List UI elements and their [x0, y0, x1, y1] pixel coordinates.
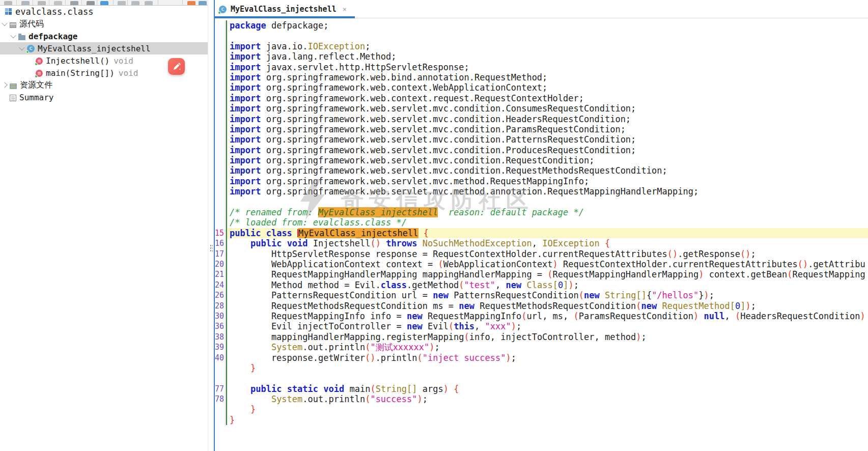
code-text: response.getWriter().println("inject suc… [227, 353, 868, 363]
tab-myevalclass[interactable]: c MyEvalClass_injectshell × [215, 3, 355, 18]
code-line: 39 System.out.println("测试xxxxxx"); [215, 342, 868, 352]
code-text: import org.springframework.web.servlet.m… [227, 145, 868, 155]
code-line: 36 Evil injectToController = new Evil(th… [215, 321, 868, 331]
toolbar-separator [182, 0, 183, 6]
tree-item-label: Summary [19, 93, 53, 102]
code-text: import org.springframework.web.servlet.m… [227, 176, 868, 186]
line-number [215, 217, 226, 228]
code-line: } [215, 415, 868, 425]
resources-icon [10, 83, 17, 89]
line-number [215, 93, 226, 103]
code-line: 17 HttpServletResponse response = Reques… [215, 249, 868, 259]
line-number: 30 [215, 311, 226, 321]
toolbar-icon-2[interactable] [21, 1, 30, 6]
expander-right-icon[interactable] [2, 82, 7, 88]
code-line: 15public class MyEvalClass_injectshell { [215, 228, 868, 238]
toolbar-separator [113, 0, 114, 6]
code-line [215, 197, 868, 207]
tree-item-label: defpackage [29, 32, 77, 41]
code-area[interactable]: 奇安信攻防社区 package defpackage;import java.i… [215, 18, 868, 451]
line-number [215, 373, 226, 383]
project-tree: evalclass.class 源代码defpackagecMyEvalClas… [0, 6, 208, 103]
toolbar-icon-11[interactable] [187, 1, 195, 6]
left-panel: evalclass.class 源代码defpackagecMyEvalClas… [0, 0, 208, 451]
code-text: import org.springframework.web.servlet.m… [227, 103, 868, 114]
expander-down-icon[interactable] [19, 45, 24, 50]
code-line: import org.springframework.web.servlet.m… [215, 155, 868, 165]
line-number [215, 207, 226, 217]
class-icon: c [219, 6, 227, 13]
code-text: package defpackage; [227, 20, 868, 31]
code-line: import java.lang.reflect.Method; [215, 51, 868, 62]
line-number [215, 72, 226, 82]
return-type-label: void [119, 68, 138, 78]
line-number: 24 [215, 280, 226, 290]
toolbar-icon-7[interactable] [100, 1, 108, 6]
expander-down-icon[interactable] [10, 33, 16, 38]
toolbar-separator [33, 0, 33, 6]
code-line: import org.springframework.web.servlet.m… [215, 134, 868, 145]
toolbar-icon-3[interactable] [38, 1, 46, 6]
panel-splitter[interactable] [208, 0, 214, 451]
code-text: import org.springframework.web.servlet.m… [227, 165, 868, 176]
line-number: 21 [215, 269, 226, 279]
toolbar-icon-10[interactable] [145, 1, 153, 6]
code-text: import java.lang.reflect.Method; [227, 51, 868, 62]
line-number: 20 [215, 259, 226, 269]
toolbar-separator [158, 0, 158, 6]
return-type-label: void [114, 56, 133, 66]
main-toolbar [0, 0, 208, 6]
tree-item-class[interactable]: cMyEvalClass_injectshell [0, 42, 208, 54]
tab-title: MyEvalClass_injectshell [231, 5, 337, 14]
code-text: Method method = Evil.class.getMethod("te… [227, 280, 868, 290]
tree-item-resources[interactable]: 资源文件 [0, 79, 208, 91]
tree-root[interactable]: evalclass.class [0, 6, 208, 18]
toolbar-icon-4[interactable] [54, 1, 62, 6]
line-number [215, 404, 226, 414]
toolbar-icon-9[interactable] [131, 1, 139, 6]
code-line: 16 public void Injectshell() throws NoSu… [215, 238, 868, 248]
toolbar-separator [16, 0, 17, 6]
code-text: PatternsRequestCondition url = new Patte… [227, 290, 868, 300]
splitter-grip-icon [210, 244, 213, 252]
code-line: 38 mappingHandlerMapping.registerMapping… [215, 332, 868, 342]
code-line: 78 System.out.println("success"); [215, 394, 868, 404]
code-text: WebApplicationContext context = (WebAppl… [227, 259, 868, 269]
line-number [215, 176, 226, 186]
code-text: Evil injectToController = new Evil(this,… [227, 321, 868, 331]
code-line: import org.springframework.web.context.r… [215, 93, 868, 103]
toolbar-icon-6[interactable] [87, 1, 95, 6]
line-number: 38 [215, 332, 226, 342]
summary-icon [10, 95, 16, 101]
code-line [215, 31, 868, 41]
rename-edit-button[interactable] [168, 58, 185, 75]
code-line: import org.springframework.web.servlet.m… [215, 186, 868, 196]
expander-down-icon[interactable] [2, 20, 7, 26]
toolbar-icon-1[interactable] [4, 1, 12, 6]
toolbar-icon-8[interactable] [118, 1, 126, 6]
code-text: } [227, 404, 868, 414]
tree-item-summary[interactable]: Summary [0, 91, 208, 103]
code-text: RequestMethodsRequestCondition ms = new … [227, 301, 868, 311]
code-text: public class MyEvalClass_injectshell { [227, 228, 868, 238]
code-line: import org.springframework.web.servlet.m… [215, 165, 868, 176]
code-text: import org.springframework.web.bind.anno… [227, 72, 868, 82]
tree-item-defpackage[interactable]: defpackage [0, 30, 208, 42]
tree-item-source-code[interactable]: 源代码 [0, 18, 208, 30]
line-number: 78 [215, 394, 226, 404]
line-number [215, 103, 226, 114]
toolbar-icon-5[interactable] [70, 1, 78, 6]
line-number [215, 41, 226, 51]
line-number: 26 [215, 290, 226, 300]
tab-close-icon[interactable]: × [343, 5, 347, 13]
code-line: /* renamed from: MyEvalClass_injectshell… [215, 207, 868, 217]
code-text [227, 31, 868, 41]
line-number [215, 165, 226, 176]
class-icon: c [27, 45, 35, 52]
code-line: import org.springframework.web.servlet.m… [215, 145, 868, 155]
toolbar-icon-12[interactable] [199, 1, 207, 6]
line-number [215, 51, 226, 62]
class-file-icon [5, 8, 12, 15]
pencil-icon [172, 62, 181, 71]
code-line: 26 PatternsRequestCondition url = new Pa… [215, 290, 868, 300]
